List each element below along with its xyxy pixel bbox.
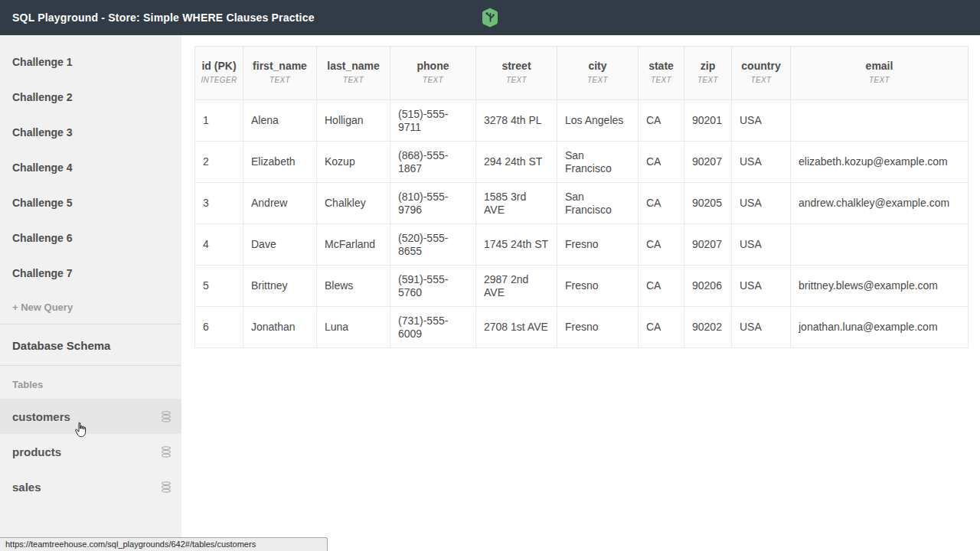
sidebar-item-sales[interactable]: sales [0, 469, 181, 504]
sidebar: Challenge 1Challenge 2Challenge 3Challen… [0, 35, 181, 551]
sidebar-item-challenge-1[interactable]: Challenge 1 [0, 44, 181, 80]
column-type: TEXT [479, 73, 554, 87]
data-table-container: id (PK)INTEGERfirst_nameTEXTlast_nameTEX… [194, 46, 969, 348]
sidebar-item-products[interactable]: products [0, 434, 181, 469]
cell-email: elizabeth.kozup@example.com [791, 142, 969, 183]
column-name: phone [417, 60, 449, 72]
cell-last-name: Chalkley [317, 183, 390, 224]
cell-country: USA [732, 142, 791, 183]
cell-country: USA [732, 183, 791, 224]
cell-street: 1585 3rd AVE [476, 183, 557, 224]
cell-zip: 90207 [684, 142, 732, 183]
table-row: 1AlenaHolligan(515)-555-97113278 4th PLL… [195, 100, 969, 142]
table-name-label: customers [12, 410, 70, 423]
column-header-zip: zipTEXT [684, 47, 732, 100]
cell-state: CA [639, 142, 684, 183]
cell-id-pk: 3 [195, 183, 243, 224]
cell-phone: (868)-555-1867 [390, 142, 476, 183]
challenge-list: Challenge 1Challenge 2Challenge 3Challen… [0, 35, 181, 291]
cell-state: CA [639, 183, 684, 224]
cell-zip: 90201 [684, 100, 732, 142]
database-icon [161, 446, 172, 458]
tables-section-label: Tables [0, 366, 181, 399]
cell-street: 2987 2nd AVE [476, 266, 557, 307]
sidebar-item-challenge-5[interactable]: Challenge 5 [0, 185, 181, 220]
cell-first-name: Brittney [243, 266, 317, 307]
cell-zip: 90207 [684, 224, 732, 266]
cell-first-name: Alena [243, 100, 317, 142]
table-row: 5BrittneyBlews(591)-555-57602987 2nd AVE… [195, 266, 969, 307]
cell-street: 3278 4th PL [476, 100, 557, 142]
cell-email [791, 224, 969, 266]
cell-first-name: Jonathan [243, 307, 317, 348]
column-header-city: cityTEXT [557, 47, 639, 100]
cell-state: CA [639, 307, 684, 348]
sidebar-item-challenge-2[interactable]: Challenge 2 [0, 80, 181, 115]
column-name: street [501, 60, 531, 72]
status-url-tooltip: https://teamtreehouse.com/sql_playground… [0, 537, 328, 551]
cell-street: 2708 1st AVE [476, 307, 557, 348]
column-name: first_name [253, 60, 307, 72]
sidebar-item-challenge-3[interactable]: Challenge 3 [0, 115, 181, 150]
column-name: city [588, 60, 606, 72]
sidebar-item-challenge-6[interactable]: Challenge 6 [0, 220, 181, 256]
sidebar-item-challenge-7[interactable]: Challenge 7 [0, 256, 181, 291]
cell-phone: (731)-555-6009 [390, 307, 476, 348]
table-name-label: sales [12, 481, 41, 494]
tables-list: customersproductssales [0, 399, 181, 504]
column-type: TEXT [735, 73, 787, 87]
column-header-state: stateTEXT [639, 47, 684, 100]
column-name: country [741, 60, 780, 72]
column-type: TEXT [247, 73, 313, 87]
column-type: TEXT [688, 73, 728, 87]
cell-zip: 90205 [684, 183, 732, 224]
cell-first-name: Andrew [243, 183, 317, 224]
cell-country: USA [732, 266, 791, 307]
cell-id-pk: 5 [195, 266, 243, 307]
column-name: last_name [327, 60, 379, 72]
column-header-first-name: first_nameTEXT [243, 47, 317, 100]
cell-id-pk: 6 [195, 307, 243, 348]
cell-email: brittney.blews@example.com [791, 266, 969, 307]
column-name: email [866, 60, 893, 72]
sidebar-item-challenge-4[interactable]: Challenge 4 [0, 150, 181, 185]
cell-last-name: Kozup [317, 142, 390, 183]
cell-id-pk: 4 [195, 224, 243, 266]
cell-phone: (520)-555-8655 [390, 224, 476, 266]
cell-state: CA [639, 100, 684, 142]
cell-zip: 90202 [684, 307, 732, 348]
page-title: SQL Playground - Store: Simple WHERE Cla… [12, 11, 315, 24]
column-type: TEXT [560, 73, 635, 87]
cell-city: Los Angeles [557, 100, 639, 142]
database-icon [161, 481, 172, 493]
cell-last-name: Blews [317, 266, 390, 307]
cell-state: CA [639, 266, 684, 307]
cell-email: jonathan.luna@example.com [791, 307, 969, 348]
cell-phone: (591)-555-5760 [390, 266, 476, 307]
column-header-id-pk: id (PK)INTEGER [195, 47, 243, 100]
cell-street: 294 24th ST [476, 142, 557, 183]
main-content: id (PK)INTEGERfirst_nameTEXTlast_nameTEX… [181, 35, 980, 551]
column-type: TEXT [794, 73, 965, 87]
column-type: TEXT [394, 73, 472, 87]
table-row: 3AndrewChalkley(810)-555-97961585 3rd AV… [195, 183, 969, 224]
table-header-row: id (PK)INTEGERfirst_nameTEXTlast_nameTEX… [195, 47, 969, 100]
table-row: 4DaveMcFarland(520)-555-86551745 24th ST… [195, 224, 969, 266]
column-name: id (PK) [201, 60, 236, 72]
treehouse-logo-icon[interactable] [481, 7, 499, 28]
cell-first-name: Dave [243, 224, 317, 266]
cell-street: 1745 24th ST [476, 224, 557, 266]
cell-phone: (515)-555-9711 [390, 100, 476, 142]
column-type: INTEGER [198, 73, 240, 87]
cell-id-pk: 1 [195, 100, 243, 142]
cell-country: USA [732, 307, 791, 348]
cell-city: Fresno [557, 266, 639, 307]
titlebar: SQL Playground - Store: Simple WHERE Cla… [0, 0, 980, 35]
table-row: 2ElizabethKozup(868)-555-1867294 24th ST… [195, 142, 969, 183]
column-name: zip [701, 60, 715, 72]
sidebar-item-customers[interactable]: customers [0, 399, 181, 434]
column-name: state [648, 60, 674, 72]
cell-country: USA [732, 100, 791, 142]
new-query-button[interactable]: + New Query [0, 291, 181, 324]
cell-city: Fresno [557, 224, 639, 266]
